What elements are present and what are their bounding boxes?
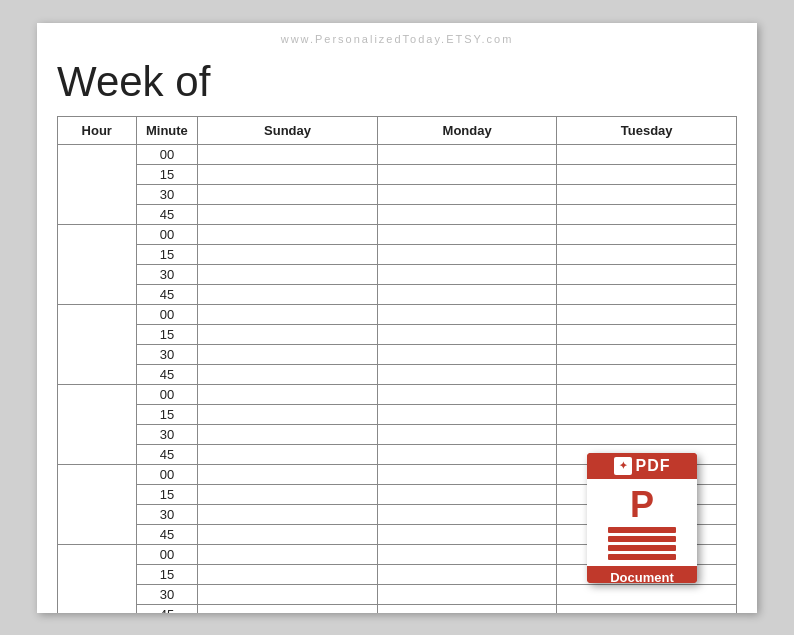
minute-cell: 30 <box>136 504 198 524</box>
sunday-cell <box>198 564 378 584</box>
monday-cell <box>377 264 557 284</box>
tuesday-cell <box>557 224 737 244</box>
monday-cell <box>377 464 557 484</box>
sunday-cell <box>198 364 378 384</box>
pdf-body: P <box>587 481 697 566</box>
hour-cell <box>58 224 137 304</box>
hour-cell <box>58 384 137 464</box>
hour-cell <box>58 544 137 613</box>
hour-cell <box>58 144 137 224</box>
tuesday-cell <box>557 264 737 284</box>
table-row: 15 <box>58 244 737 264</box>
hour-cell <box>58 304 137 384</box>
tuesday-cell <box>557 284 737 304</box>
tuesday-cell <box>557 584 737 604</box>
sunday-cell <box>198 184 378 204</box>
sunday-cell <box>198 144 378 164</box>
monday-cell <box>377 504 557 524</box>
minute-cell: 15 <box>136 404 198 424</box>
pdf-icon: ✦ PDF P Document <box>587 453 697 583</box>
pdf-top-bar: ✦ PDF <box>587 453 697 481</box>
minute-cell: 45 <box>136 284 198 304</box>
monday-cell <box>377 304 557 324</box>
header-hour: Hour <box>58 116 137 144</box>
sunday-cell <box>198 604 378 613</box>
tuesday-cell <box>557 304 737 324</box>
table-row: 45 <box>58 604 737 613</box>
minute-cell: 15 <box>136 484 198 504</box>
tuesday-cell <box>557 404 737 424</box>
watermark: www.PersonalizedToday.ETSY.com <box>37 33 757 45</box>
monday-cell <box>377 324 557 344</box>
table-row: 30 <box>58 264 737 284</box>
table-row: 15 <box>58 324 737 344</box>
monday-cell <box>377 544 557 564</box>
tuesday-cell <box>557 324 737 344</box>
minute-cell: 15 <box>136 564 198 584</box>
minute-cell: 00 <box>136 544 198 564</box>
table-row: 30 <box>58 424 737 444</box>
pdf-lines <box>608 527 677 560</box>
header-monday: Monday <box>377 116 557 144</box>
tuesday-cell <box>557 164 737 184</box>
minute-cell: 45 <box>136 604 198 613</box>
sunday-cell <box>198 464 378 484</box>
sunday-cell <box>198 404 378 424</box>
monday-cell <box>377 384 557 404</box>
tuesday-cell <box>557 604 737 613</box>
table-row: 30 <box>58 584 737 604</box>
minute-cell: 00 <box>136 464 198 484</box>
table-row: 30 <box>58 184 737 204</box>
monday-cell <box>377 184 557 204</box>
pdf-line-3 <box>608 545 677 551</box>
table-row: 30 <box>58 344 737 364</box>
minute-cell: 00 <box>136 384 198 404</box>
minute-cell: 15 <box>136 164 198 184</box>
monday-cell <box>377 524 557 544</box>
table-row: 45 <box>58 204 737 224</box>
tuesday-cell <box>557 204 737 224</box>
header-sunday: Sunday <box>198 116 378 144</box>
monday-cell <box>377 564 557 584</box>
tuesday-cell <box>557 144 737 164</box>
week-title: Week of <box>57 58 737 106</box>
sunday-cell <box>198 444 378 464</box>
table-row: 00 <box>58 144 737 164</box>
sunday-cell <box>198 544 378 564</box>
tuesday-cell <box>557 344 737 364</box>
monday-cell <box>377 584 557 604</box>
minute-cell: 45 <box>136 204 198 224</box>
pdf-line-1 <box>608 527 677 533</box>
pdf-line-4 <box>608 554 677 560</box>
hour-cell <box>58 464 137 544</box>
monday-cell <box>377 484 557 504</box>
sunday-cell <box>198 204 378 224</box>
monday-cell <box>377 284 557 304</box>
monday-cell <box>377 364 557 384</box>
minute-cell: 00 <box>136 224 198 244</box>
minute-cell: 30 <box>136 584 198 604</box>
table-row: 45 <box>58 364 737 384</box>
sunday-cell <box>198 424 378 444</box>
monday-cell <box>377 404 557 424</box>
table-row: 00 <box>58 384 737 404</box>
table-row: 45 <box>58 284 737 304</box>
sunday-cell <box>198 524 378 544</box>
sunday-cell <box>198 224 378 244</box>
sunday-cell <box>198 484 378 504</box>
minute-cell: 45 <box>136 364 198 384</box>
monday-cell <box>377 444 557 464</box>
minute-cell: 15 <box>136 324 198 344</box>
minute-cell: 30 <box>136 184 198 204</box>
pdf-bottom-bar: Document <box>587 566 697 583</box>
monday-cell <box>377 344 557 364</box>
minute-cell: 15 <box>136 244 198 264</box>
tuesday-cell <box>557 384 737 404</box>
monday-cell <box>377 224 557 244</box>
pdf-acrobat-symbol: ✦ <box>614 457 632 475</box>
pdf-p-letter: P <box>630 487 654 523</box>
header-minute: Minute <box>136 116 198 144</box>
monday-cell <box>377 244 557 264</box>
minute-cell: 30 <box>136 344 198 364</box>
minute-cell: 00 <box>136 304 198 324</box>
